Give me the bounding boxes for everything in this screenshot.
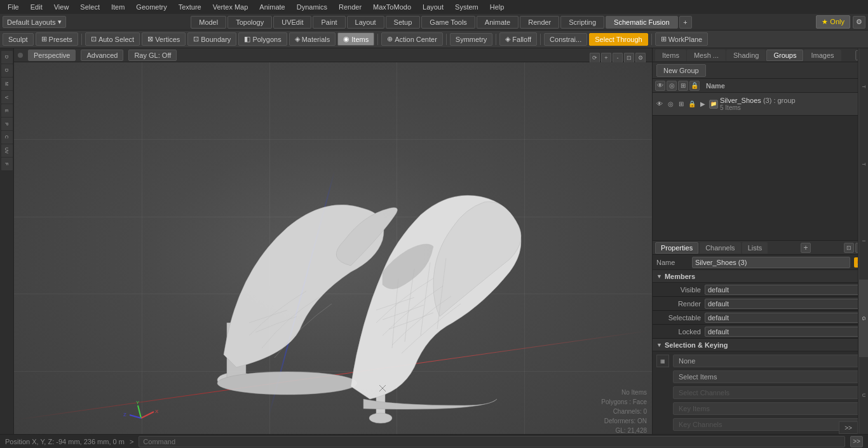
group-tab[interactable]: G [858,280,868,356]
work-plane-button[interactable]: ⊞ WorkPlane [655,32,709,46]
left-tool-5[interactable]: E [1,104,13,117]
star-only-button[interactable]: ★ Only [816,15,850,29]
menu-select[interactable]: Select [75,2,105,12]
vertices-button[interactable]: ⊠ Vertices [142,32,186,46]
key-items-button[interactable]: Key Items [673,402,864,415]
tab-items[interactable]: Items [655,50,686,61]
left-tool-7[interactable]: C [1,131,13,144]
tab-images[interactable]: Images [804,50,841,61]
add-property-button[interactable]: + [801,243,811,253]
left-tool-6[interactable]: P [1,118,13,130]
falloff-button[interactable]: ◈ Falloff [499,32,537,46]
select-channels-button[interactable]: Select Channels [673,386,864,399]
tab-properties[interactable]: Properties [655,242,698,254]
command-input[interactable] [139,436,845,447]
user-c-tab[interactable]: U [858,357,868,434]
boundary-button[interactable]: ⊡ Boundary [187,32,236,46]
selectable-dropdown[interactable]: default ▾ [705,313,864,323]
group-render-btn[interactable]: ◎ [666,100,675,109]
menu-maxtomodo[interactable]: MaxToModo [368,2,416,12]
group-eye-btn[interactable]: 👁 [655,100,664,109]
tab-render[interactable]: Render [520,16,559,29]
presets-button[interactable]: ⊞ Presets [36,32,78,46]
perspective-tab[interactable]: Perspective [28,50,76,61]
grid-icon[interactable]: ⊞ [678,81,688,91]
left-tool-3[interactable]: M [1,78,13,90]
tab-animate[interactable]: Animate [477,16,519,29]
settings-gear-button[interactable]: ⚙ [853,16,865,29]
tab-channels[interactable]: Channels [700,242,740,254]
menu-render[interactable]: Render [334,2,367,12]
tab-game-tools[interactable]: Game Tools [421,16,475,29]
sculpt-button[interactable]: Sculpt [3,33,34,46]
tab-scripting[interactable]: Scripting [560,16,604,29]
render-dropdown[interactable]: default ▾ [705,299,864,309]
constraints-button[interactable]: Constrai... [544,33,587,46]
group-mesh-btn[interactable]: ⊞ [677,100,686,109]
select-through-button[interactable]: Select Through [589,33,648,46]
texture-tab-1[interactable]: T [858,48,868,125]
menu-dynamics[interactable]: Dynamics [292,2,332,12]
layout-dropdown[interactable]: Default Layouts ▾ [3,16,66,28]
tab-topology[interactable]: Topology [227,16,272,29]
vp-ctrl-settings[interactable]: ⚙ [635,53,646,63]
polygons-button[interactable]: ◧ Polygons [238,32,287,46]
menu-vertex-map[interactable]: Vertex Map [208,2,254,12]
tab-shading[interactable]: Shading [726,50,766,61]
left-tool-4[interactable]: V [1,91,13,104]
group-lock-btn[interactable]: 🔒 [688,100,696,109]
visible-dropdown[interactable]: default ▾ [705,285,864,295]
menu-layout[interactable]: Layout [417,2,449,12]
texture-tab-2[interactable]: T [858,125,868,202]
menu-animate[interactable]: Animate [254,2,290,12]
menu-edit[interactable]: Edit [25,2,48,12]
ima-tab[interactable]: I [858,203,868,280]
vp-ctrl-zoom-in[interactable]: + [601,53,611,63]
menu-file[interactable]: File [3,2,24,12]
action-center-button[interactable]: ⊕ Action Center [381,32,443,46]
ray-gl-tab[interactable]: Ray GL: Off [128,50,177,61]
auto-select-button[interactable]: ⊡ Auto Select [85,32,140,46]
left-tool-8[interactable]: UV [1,144,13,157]
tab-layout[interactable]: Layout [347,16,384,29]
group-expand-icon[interactable]: ▶ [698,100,707,109]
menu-system[interactable]: System [450,2,484,12]
keying-section-header[interactable]: ▼ Selection & Keying [653,339,868,351]
eye-icon[interactable]: 👁 [655,81,665,91]
vp-ctrl-maximize[interactable]: ⊡ [624,53,634,63]
key-channels-button[interactable]: Key Channels [673,418,864,431]
menu-geometry[interactable]: Geometry [131,2,172,12]
advanced-tab[interactable]: Advanced [81,50,123,61]
add-tab-button[interactable]: + [679,16,692,29]
menu-view[interactable]: View [49,2,74,12]
menu-help[interactable]: Help [485,2,510,12]
vp-ctrl-zoom-out[interactable]: - [613,53,623,63]
select-items-button[interactable]: Select Items [673,370,864,383]
tab-setup[interactable]: Setup [386,16,421,29]
props-expand-icon[interactable]: ⊡ [844,243,854,253]
none-button[interactable]: None [673,355,864,367]
camera-icon[interactable]: ◎ [667,81,677,91]
tab-paint[interactable]: Paint [313,16,345,29]
items-button[interactable]: ◉ Items [337,32,374,46]
tab-groups[interactable]: Groups [766,50,803,61]
materials-button[interactable]: ◈ Materials [289,32,336,46]
tab-lists[interactable]: Lists [742,242,768,254]
left-tool-2[interactable]: D [1,64,13,77]
viewport-scene[interactable]: X Y Z No Items Polygons : Face Channels:… [14,62,652,434]
tab-schematic-fusion[interactable]: Schematic Fusion [606,16,677,29]
tab-model[interactable]: Model [191,16,226,29]
panel-arrow-button[interactable]: >> [839,421,858,434]
members-section-header[interactable]: ▼ Members [653,270,868,283]
vp-ctrl-rotate[interactable]: ⟳ [590,53,600,63]
new-group-button[interactable]: New Group [656,64,706,77]
left-tool-9[interactable]: F [1,158,13,170]
menu-texture[interactable]: Texture [173,2,207,12]
name-input-field[interactable] [692,257,850,268]
left-tool-1[interactable]: D [1,51,13,64]
silver-shoes-list-item[interactable]: 👁 ◎ ⊞ 🔒 ▶ 📁 Silver_Shoes (3) : group 5 I… [653,93,868,116]
lock-icon[interactable]: 🔒 [689,81,700,91]
menu-item[interactable]: Item [106,2,130,12]
command-arrow-button[interactable]: >> [850,436,863,447]
tab-mesh[interactable]: Mesh ... [687,50,726,61]
